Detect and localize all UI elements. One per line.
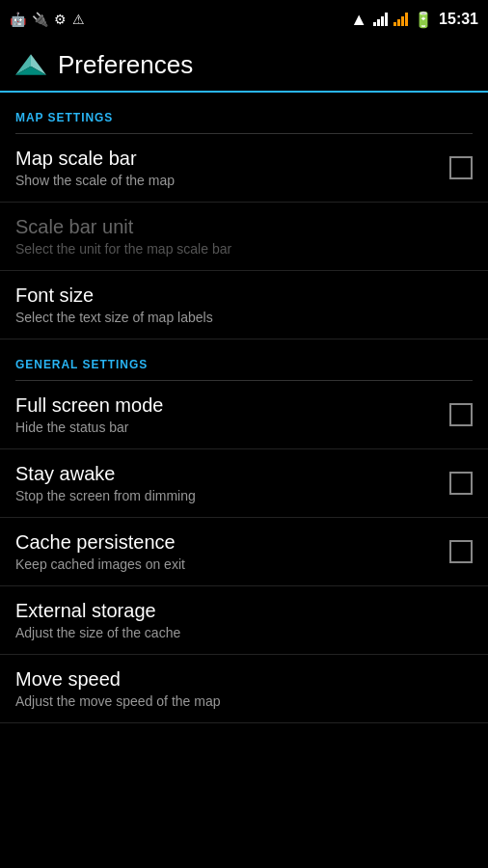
battery-icon: 🔋 <box>414 11 433 29</box>
pref-subtitle-cache-persistence: Keep cached images on exit <box>15 556 438 572</box>
pref-item-font-size[interactable]: Font sizeSelect the text size of map lab… <box>0 271 488 339</box>
pref-text-stay-awake: Stay awakeStop the screen from dimming <box>15 463 438 503</box>
pref-text-cache-persistence: Cache persistenceKeep cached images on e… <box>15 531 438 572</box>
checkbox-cache-persistence[interactable] <box>449 540 473 563</box>
status-bar: 🤖 🔌 ⚙ ⚠ ▲ 🔋 15:31 <box>0 0 488 39</box>
status-time: 15:31 <box>439 11 478 28</box>
pref-title-cache-persistence: Cache persistence <box>15 531 438 554</box>
pref-title-stay-awake: Stay awake <box>15 463 438 485</box>
wifi-icon: ▲ <box>350 10 367 30</box>
page-title: Preferences <box>58 50 193 80</box>
warning-icon: ⚠ <box>72 12 85 27</box>
pref-text-external-storage: External storageAdjust the size of the c… <box>15 600 473 640</box>
content-area: MAP SETTINGSMap scale barShow the scale … <box>0 93 488 868</box>
pref-subtitle-scale-bar-unit: Select the unit for the map scale bar <box>15 241 473 257</box>
pref-title-full-screen-mode: Full screen mode <box>15 394 438 417</box>
section-header-map-settings: MAP SETTINGS <box>0 93 488 133</box>
section-header-general-settings: GENERAL SETTINGS <box>0 339 488 380</box>
pref-text-font-size: Font sizeSelect the text size of map lab… <box>15 285 473 325</box>
pref-title-external-storage: External storage <box>15 600 473 622</box>
pref-item-full-screen-mode[interactable]: Full screen modeHide the status bar <box>0 381 488 449</box>
usb-icon: 🔌 <box>32 12 48 27</box>
pref-subtitle-stay-awake: Stop the screen from dimming <box>15 488 438 503</box>
pref-item-external-storage[interactable]: External storageAdjust the size of the c… <box>0 586 488 655</box>
pref-title-font-size: Font size <box>15 285 473 307</box>
app-logo <box>15 55 46 74</box>
pref-subtitle-map-scale-bar: Show the scale of the map <box>15 173 438 188</box>
pref-subtitle-font-size: Select the text size of map labels <box>15 310 473 325</box>
pref-item-scale-bar-unit[interactable]: Scale bar unitSelect the unit for the ma… <box>0 203 488 271</box>
pref-item-cache-persistence[interactable]: Cache persistenceKeep cached images on e… <box>0 518 488 586</box>
pref-subtitle-move-speed: Adjust the move speed of the map <box>15 693 473 709</box>
section-title-map-settings: MAP SETTINGS <box>15 111 113 124</box>
pref-subtitle-external-storage: Adjust the size of the cache <box>15 625 473 640</box>
pref-text-full-screen-mode: Full screen modeHide the status bar <box>15 394 438 435</box>
pref-title-map-scale-bar: Map scale bar <box>15 148 438 170</box>
section-title-general-settings: GENERAL SETTINGS <box>15 358 148 371</box>
pref-subtitle-full-screen-mode: Hide the status bar <box>15 420 438 435</box>
pref-text-move-speed: Move speedAdjust the move speed of the m… <box>15 668 473 709</box>
pref-title-move-speed: Move speed <box>15 668 473 691</box>
checkbox-stay-awake[interactable] <box>449 472 473 495</box>
pref-title-scale-bar-unit: Scale bar unit <box>15 216 473 238</box>
status-icons-right: ▲ 🔋 15:31 <box>350 10 478 30</box>
signal-cell-icon <box>373 13 388 26</box>
checkbox-map-scale-bar[interactable] <box>449 156 473 179</box>
toolbar: Preferences <box>0 39 488 93</box>
android-icon: 🤖 <box>10 12 26 27</box>
pref-item-move-speed[interactable]: Move speedAdjust the move speed of the m… <box>0 655 488 723</box>
status-icons-left: 🤖 🔌 ⚙ ⚠ <box>10 12 85 27</box>
signal-cell2-icon <box>393 13 408 26</box>
checkbox-full-screen-mode[interactable] <box>449 403 473 426</box>
gear-icon: ⚙ <box>54 12 67 27</box>
pref-text-scale-bar-unit: Scale bar unitSelect the unit for the ma… <box>15 216 473 257</box>
pref-item-map-scale-bar[interactable]: Map scale barShow the scale of the map <box>0 134 488 203</box>
pref-item-stay-awake[interactable]: Stay awakeStop the screen from dimming <box>0 449 488 518</box>
pref-text-map-scale-bar: Map scale barShow the scale of the map <box>15 148 438 188</box>
